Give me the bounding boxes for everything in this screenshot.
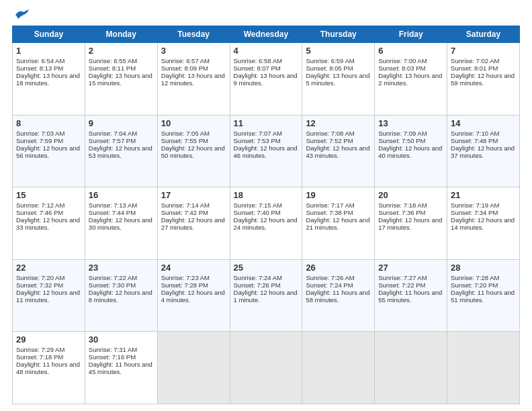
calendar-cell: 17Sunrise: 7:14 AMSunset: 7:42 PMDayligh… (157, 187, 230, 260)
day-number: 15 (16, 190, 81, 200)
day-info: Daylight: 12 hours and 56 minutes. (16, 144, 81, 159)
day-info: Daylight: 12 hours and 30 minutes. (89, 216, 154, 231)
day-number: 22 (16, 263, 81, 273)
day-info: Sunset: 8:07 PM (234, 64, 299, 72)
day-info: Daylight: 11 hours and 51 minutes. (451, 289, 516, 304)
day-info: Sunrise: 6:54 AM (16, 57, 81, 64)
calendar-cell (447, 332, 520, 404)
calendar-cell: 28Sunrise: 7:28 AMSunset: 7:20 PMDayligh… (447, 259, 520, 332)
day-number: 16 (89, 190, 154, 200)
weekday-header-row: SundayMondayTuesdayWednesdayThursdayFrid… (13, 26, 520, 43)
calendar-cell: 9Sunrise: 7:04 AMSunset: 7:57 PMDaylight… (85, 115, 157, 187)
logo (12, 12, 29, 20)
day-info: Sunset: 7:48 PM (451, 137, 516, 144)
day-info: Daylight: 11 hours and 55 minutes. (378, 289, 443, 304)
calendar-cell: 18Sunrise: 7:15 AMSunset: 7:40 PMDayligh… (230, 187, 302, 260)
day-info: Sunrise: 7:00 AM (378, 57, 443, 64)
day-number: 30 (89, 334, 154, 345)
calendar-cell: 20Sunrise: 7:18 AMSunset: 7:36 PMDayligh… (375, 187, 447, 260)
day-info: Daylight: 12 hours and 46 minutes. (234, 144, 299, 159)
calendar-cell: 21Sunrise: 7:19 AMSunset: 7:34 PMDayligh… (447, 187, 520, 260)
calendar-row-5: 29Sunrise: 7:29 AMSunset: 7:18 PMDayligh… (13, 332, 520, 404)
day-info: Sunrise: 7:15 AM (234, 201, 299, 209)
calendar-row-1: 1Sunrise: 6:54 AMSunset: 8:13 PMDaylight… (13, 43, 520, 116)
day-info: Sunrise: 7:14 AM (161, 201, 226, 209)
weekday-header-monday: Monday (85, 26, 157, 43)
day-info: Daylight: 13 hours and 9 minutes. (234, 72, 299, 87)
calendar-row-4: 22Sunrise: 7:20 AMSunset: 7:32 PMDayligh… (13, 259, 520, 332)
day-info: Daylight: 12 hours and 40 minutes. (378, 144, 443, 159)
day-info: Sunrise: 7:02 AM (451, 57, 516, 64)
day-info: Daylight: 12 hours and 17 minutes. (378, 216, 443, 231)
day-info: Daylight: 12 hours and 1 minute. (234, 289, 299, 304)
day-info: Sunrise: 7:27 AM (378, 274, 443, 281)
day-number: 6 (378, 46, 443, 56)
day-info: Daylight: 13 hours and 18 minutes. (16, 72, 81, 87)
day-info: Daylight: 13 hours and 12 minutes. (161, 72, 226, 87)
day-info: Sunset: 7:57 PM (89, 137, 154, 144)
day-info: Sunrise: 7:18 AM (378, 201, 443, 209)
day-info: Sunset: 7:38 PM (306, 209, 371, 216)
day-info: Sunset: 7:34 PM (451, 209, 516, 216)
calendar-cell: 11Sunrise: 7:07 AMSunset: 7:53 PMDayligh… (230, 115, 302, 187)
day-info: Sunset: 7:16 PM (89, 353, 154, 361)
calendar-cell (375, 332, 447, 404)
day-number: 11 (234, 118, 299, 128)
day-info: Sunrise: 7:19 AM (451, 201, 516, 209)
calendar-cell: 8Sunrise: 7:03 AMSunset: 7:59 PMDaylight… (13, 115, 85, 187)
calendar-cell: 16Sunrise: 7:13 AMSunset: 7:44 PMDayligh… (85, 187, 157, 260)
calendar-cell: 3Sunrise: 6:57 AMSunset: 8:09 PMDaylight… (157, 43, 230, 116)
day-info: Sunrise: 6:55 AM (89, 57, 154, 64)
day-info: Sunset: 7:52 PM (306, 137, 371, 144)
day-info: Sunset: 7:28 PM (161, 281, 226, 289)
calendar-cell: 23Sunrise: 7:22 AMSunset: 7:30 PMDayligh… (85, 259, 157, 332)
day-info: Sunset: 8:01 PM (451, 64, 516, 72)
calendar-cell: 1Sunrise: 6:54 AMSunset: 8:13 PMDaylight… (13, 43, 85, 116)
day-info: Daylight: 11 hours and 48 minutes. (16, 361, 81, 375)
day-info: Sunset: 7:20 PM (451, 281, 516, 289)
day-number: 5 (306, 46, 371, 56)
day-info: Sunrise: 7:29 AM (16, 346, 81, 353)
weekday-header-tuesday: Tuesday (157, 26, 230, 43)
calendar-cell: 4Sunrise: 6:58 AMSunset: 8:07 PMDaylight… (230, 43, 302, 116)
day-number: 27 (378, 263, 443, 273)
day-info: Daylight: 13 hours and 5 minutes. (306, 72, 371, 87)
day-info: Sunrise: 7:04 AM (89, 130, 154, 137)
day-info: Sunset: 7:40 PM (234, 209, 299, 216)
calendar-cell: 29Sunrise: 7:29 AMSunset: 7:18 PMDayligh… (13, 332, 85, 404)
day-info: Sunset: 7:59 PM (16, 137, 81, 144)
day-number: 14 (451, 118, 516, 128)
header (12, 12, 520, 20)
day-info: Sunrise: 7:28 AM (451, 274, 516, 281)
calendar-cell (230, 332, 302, 404)
day-info: Sunrise: 7:24 AM (234, 274, 299, 281)
day-number: 4 (234, 46, 299, 56)
day-info: Daylight: 13 hours and 15 minutes. (89, 72, 154, 87)
day-info: Sunrise: 7:09 AM (378, 130, 443, 137)
day-info: Sunset: 7:55 PM (161, 137, 226, 144)
day-info: Sunrise: 7:23 AM (161, 274, 226, 281)
day-number: 18 (234, 190, 299, 200)
page: SundayMondayTuesdayWednesdayThursdayFrid… (0, 0, 532, 411)
day-info: Sunset: 7:32 PM (16, 281, 81, 289)
day-info: Sunset: 8:09 PM (161, 64, 226, 72)
day-info: Sunset: 7:24 PM (306, 281, 371, 289)
calendar-cell: 25Sunrise: 7:24 AMSunset: 7:26 PMDayligh… (230, 259, 302, 332)
day-info: Sunset: 7:22 PM (378, 281, 443, 289)
day-info: Daylight: 12 hours and 43 minutes. (306, 144, 371, 159)
day-info: Sunset: 8:11 PM (89, 64, 154, 72)
day-info: Sunrise: 6:58 AM (234, 57, 299, 64)
day-number: 23 (89, 263, 154, 273)
day-info: Sunrise: 7:20 AM (16, 274, 81, 281)
logo-bird-icon (14, 9, 29, 20)
day-number: 7 (451, 46, 516, 56)
day-info: Sunrise: 6:57 AM (161, 57, 226, 64)
day-info: Sunset: 7:36 PM (378, 209, 443, 216)
day-info: Daylight: 12 hours and 24 minutes. (234, 216, 299, 231)
day-info: Sunrise: 7:10 AM (451, 130, 516, 137)
calendar-cell: 26Sunrise: 7:26 AMSunset: 7:24 PMDayligh… (302, 259, 375, 332)
calendar-cell (157, 332, 230, 404)
day-number: 19 (306, 190, 371, 200)
day-info: Daylight: 12 hours and 14 minutes. (451, 216, 516, 231)
calendar-cell: 7Sunrise: 7:02 AMSunset: 8:01 PMDaylight… (447, 43, 520, 116)
